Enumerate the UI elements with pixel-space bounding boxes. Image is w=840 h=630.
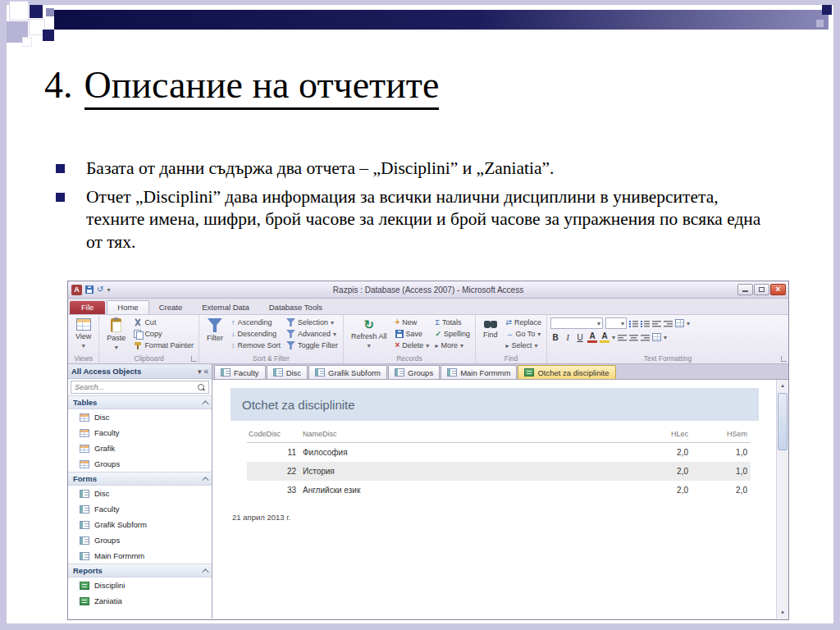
selection-button[interactable]: Selection (285, 317, 340, 328)
find-button[interactable]: Find (479, 317, 502, 340)
search-input[interactable] (71, 383, 198, 391)
filter-icon (208, 318, 222, 332)
select-label: Select (511, 341, 532, 349)
form-icon (447, 368, 457, 377)
nav-group-tables[interactable]: Tables (68, 395, 212, 409)
close-button[interactable] (770, 284, 786, 295)
nav-pane-menu-caret-icon[interactable] (198, 368, 202, 376)
more-button[interactable]: More (433, 340, 472, 351)
copy-button[interactable]: Copy (132, 328, 195, 340)
paste-button[interactable]: Paste (103, 317, 130, 353)
nav-item-form-grafik-subform[interactable]: Grafik Subform (68, 517, 212, 532)
text-formatting-dialog-launcher[interactable] (781, 356, 787, 362)
tab-external-data[interactable]: External Data (192, 301, 259, 314)
align-center-icon[interactable] (629, 334, 638, 341)
access-window: Razpis : Database (Access 2007) - Micros… (67, 281, 789, 620)
bullet-item: Отчет „Disciplini” дава информация за вс… (56, 186, 776, 254)
tab-database-tools[interactable]: Database Tools (259, 301, 332, 314)
tab-home[interactable]: Home (107, 300, 148, 314)
nav-item-table-groups[interactable]: Groups (68, 456, 212, 472)
replace-button[interactable]: Replace (504, 317, 543, 328)
report-date: 21 април 2013 г. (232, 513, 775, 522)
totals-button[interactable]: Totals (433, 317, 472, 328)
tab-create[interactable]: Create (149, 301, 193, 314)
column-header: CodeDisc (247, 430, 301, 438)
filter-button[interactable]: Filter (203, 317, 227, 344)
bullet-text: Отчет „Disciplini” дава информация за вс… (86, 186, 776, 254)
bold-button[interactable]: B (550, 333, 560, 342)
cell-namedisc: История (301, 467, 632, 476)
nav-item-report-disciplini[interactable]: Disciplini (68, 578, 212, 593)
maximize-button[interactable] (754, 284, 769, 295)
search-icon[interactable] (198, 384, 205, 391)
doc-tab-otchet-za-disciplinite[interactable]: Otchet za disciplinite (518, 365, 615, 379)
cell-hlec: 2,0 (632, 467, 692, 476)
format-painter-icon (134, 341, 142, 349)
align-right-icon[interactable] (641, 334, 650, 341)
scroll-down-icon[interactable]: ▾ (777, 607, 788, 619)
table-grid-icon[interactable] (652, 333, 661, 341)
table-grid-caret-icon (664, 333, 667, 341)
font-name-select[interactable] (550, 317, 603, 329)
nav-item-form-groups[interactable]: Groups (68, 532, 212, 548)
refresh-all-button[interactable]: Refresh All (347, 317, 391, 351)
scrollbar-thumb[interactable] (778, 393, 788, 450)
nav-group-forms[interactable]: Forms (68, 472, 212, 486)
new-record-button[interactable]: New (394, 317, 431, 328)
nav-group-reports-label: Reports (73, 566, 103, 575)
toggle-filter-button[interactable]: Toggle Filter (285, 340, 340, 351)
new-label: New (402, 318, 417, 326)
ascending-button[interactable]: Ascending (230, 317, 282, 328)
bullet-text: Базата от данни съдържа два отчета – „Di… (86, 158, 554, 180)
spelling-button[interactable]: Spelling (433, 328, 472, 340)
clipboard-dialog-launcher[interactable] (191, 356, 197, 362)
doc-tab-disc[interactable]: Disc (267, 365, 308, 379)
scroll-up-icon[interactable]: ▴ (777, 380, 788, 391)
vertical-scrollbar[interactable]: ▴ ▾ (776, 380, 788, 619)
save-icon[interactable] (85, 285, 94, 294)
tab-file[interactable]: File (70, 301, 105, 314)
filter-label: Filter (207, 334, 223, 342)
doc-tab-faculty[interactable]: Faculty (214, 365, 266, 379)
view-button[interactable]: View (71, 317, 95, 351)
paste-label: Paste (107, 334, 126, 342)
align-left-icon[interactable] (618, 334, 627, 341)
font-size-select[interactable] (605, 317, 627, 329)
bullet-list-icon[interactable] (629, 320, 638, 327)
nav-item-form-disc[interactable]: Disc (68, 486, 212, 501)
underline-button[interactable]: U (575, 333, 585, 342)
doc-tab-main-formmm[interactable]: Main Formmm (441, 365, 517, 379)
advanced-button[interactable]: Advanced (285, 328, 340, 340)
increase-indent-icon[interactable] (664, 320, 673, 327)
nav-item-form-faculty[interactable]: Faculty (68, 501, 212, 517)
nav-group-reports[interactable]: Reports (68, 564, 212, 578)
save-record-button[interactable]: Save (394, 328, 431, 340)
remove-sort-label: Remove Sort (237, 341, 281, 349)
doc-tab-groups[interactable]: Groups (388, 365, 440, 379)
remove-sort-button[interactable]: Remove Sort (230, 340, 282, 351)
delete-record-button[interactable]: Delete (394, 340, 431, 351)
select-button[interactable]: Select (504, 340, 543, 351)
nav-item-table-grafik[interactable]: Grafik (68, 441, 212, 456)
italic-button[interactable]: I (563, 333, 573, 342)
nav-pane-header[interactable]: All Access Objects (68, 364, 212, 379)
font-color-button[interactable]: A (587, 332, 597, 343)
ribbon-group-clipboard: Paste Cut Copy (99, 315, 199, 363)
go-to-button[interactable]: Go To (504, 328, 543, 340)
nav-pane-shutter-icon[interactable] (203, 368, 208, 376)
nav-item-table-faculty[interactable]: Faculty (68, 425, 212, 441)
numbered-list-icon[interactable] (641, 320, 650, 327)
gridlines-icon[interactable] (675, 319, 684, 327)
minimize-button[interactable] (737, 284, 753, 295)
doc-tab-grafik-subform[interactable]: Grafik Subform (308, 365, 387, 379)
highlight-color-button[interactable]: A (600, 332, 609, 343)
ribbon-group-find: Find Replace Go To (476, 315, 547, 363)
nav-item-form-main-formmm[interactable]: Main Formmm (68, 548, 212, 564)
cut-button[interactable]: Cut (132, 317, 195, 328)
nav-item-label: Disciplini (94, 581, 125, 590)
descending-button[interactable]: Descending (230, 328, 282, 340)
nav-item-table-disc[interactable]: Disc (68, 409, 212, 425)
nav-item-report-zaniatia[interactable]: Zaniatia (68, 593, 212, 609)
decrease-indent-icon[interactable] (652, 320, 661, 327)
format-painter-button[interactable]: Format Painter (132, 340, 195, 351)
